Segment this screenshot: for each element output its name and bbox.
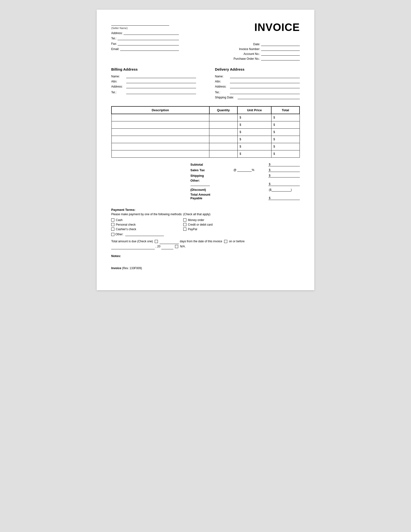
cashiers-check-checkbox[interactable] <box>111 228 114 231</box>
delivery-attn-line[interactable] <box>230 79 300 83</box>
table-row: $ $ <box>112 143 299 150</box>
other-mid <box>220 186 268 186</box>
delivery-address-row: Address: <box>215 84 300 88</box>
payment-subtitle: Please make payment by one of the follow… <box>111 213 300 216</box>
personal-check-label: Personal check <box>116 223 136 226</box>
due-text-1: Total amount is due (Check one) <box>111 240 153 243</box>
cash-checkbox[interactable] <box>111 218 114 221</box>
row-description[interactable] <box>112 136 209 143</box>
other-amount[interactable]: $ <box>268 182 300 186</box>
fax-line[interactable] <box>118 42 179 46</box>
checkbox-paypal: PayPal <box>183 228 213 231</box>
delivery-address-line[interactable] <box>230 84 300 88</box>
row-quantity[interactable] <box>209 136 238 143</box>
row-total[interactable]: $ <box>271 143 299 150</box>
subtotal-mid <box>220 166 268 166</box>
due-date-line[interactable] <box>111 246 155 249</box>
payment-title: Payment Terms: <box>111 208 300 212</box>
subtotal-label: Subtotal <box>190 163 220 166</box>
billing-name-line[interactable] <box>126 74 196 78</box>
sales-tax-label: Sales Tax <box>190 168 220 172</box>
due-na-checkbox[interactable] <box>175 245 178 248</box>
row-unit-price[interactable]: $ <box>237 121 271 128</box>
address-label: Address: <box>111 31 122 35</box>
paypal-checkbox[interactable] <box>183 228 187 231</box>
row-total[interactable]: $ <box>271 121 299 128</box>
items-table: Description Quantity Unit Price Total $ … <box>111 106 300 158</box>
money-order-checkbox[interactable] <box>183 218 187 221</box>
due-on-checkbox[interactable] <box>224 240 227 243</box>
billing-name-label: Name: <box>111 75 125 78</box>
personal-check-checkbox[interactable] <box>111 223 114 226</box>
row-total[interactable]: $ <box>271 150 299 157</box>
billing-tel-line[interactable] <box>126 90 196 94</box>
header-right: INVOICE Date: Invoice Number: Account No… <box>234 21 300 60</box>
due-year-line[interactable] <box>161 246 173 249</box>
email-row: Email: <box>111 47 179 51</box>
po-number-line[interactable] <box>261 57 300 60</box>
row-total[interactable]: $ <box>271 136 299 143</box>
row-unit-price[interactable]: $ <box>237 136 271 143</box>
row-description[interactable] <box>112 150 209 157</box>
row-description[interactable] <box>112 143 209 150</box>
total-label: Total Amount Payable <box>190 193 220 200</box>
payment-methods: Cash Personal check Cashier's check Othe… <box>111 218 300 236</box>
email-label: Email: <box>111 48 119 51</box>
due-days-line[interactable] <box>159 241 179 244</box>
tel-line[interactable] <box>118 36 179 40</box>
fax-label: Fax: <box>111 42 117 46</box>
billing-tel-row: Tel.: <box>111 90 196 94</box>
row-total[interactable]: $ <box>271 114 299 121</box>
date-line[interactable] <box>261 42 300 46</box>
row-description[interactable] <box>112 114 209 121</box>
row-description[interactable] <box>112 128 209 136</box>
sales-tax-amount[interactable]: $ <box>268 168 300 172</box>
other-payment-label: Other: <box>115 233 123 236</box>
row-quantity[interactable] <box>209 121 238 128</box>
row-quantity[interactable] <box>209 143 238 150</box>
row-description[interactable] <box>112 121 209 128</box>
row-total[interactable]: $ <box>271 128 299 136</box>
email-line[interactable] <box>120 47 179 51</box>
delivery-name-line[interactable] <box>230 74 300 78</box>
account-no-line[interactable] <box>261 52 300 56</box>
other-checkbox[interactable] <box>111 233 114 236</box>
subtotal-amount[interactable]: $ <box>268 162 300 166</box>
row-unit-price[interactable]: $ <box>237 143 271 150</box>
row-unit-price[interactable]: $ <box>237 150 271 157</box>
col-description: Description <box>112 106 209 114</box>
notes-section: Notes: <box>111 254 300 258</box>
footer: Invoice (Rev. 133F009) <box>111 266 300 270</box>
invoice-number-line[interactable] <box>261 47 300 51</box>
row-quantity[interactable] <box>209 114 238 121</box>
row-unit-price[interactable]: $ <box>237 128 271 136</box>
credit-card-checkbox[interactable] <box>183 223 187 226</box>
shipping-amount[interactable]: $ <box>268 173 300 178</box>
delivery-tel-label: Tel.: <box>215 91 229 94</box>
shipping-date-line[interactable] <box>238 95 300 99</box>
money-order-label: Money order <box>188 218 204 222</box>
other-payment-line[interactable] <box>125 232 164 236</box>
billing-address-line[interactable] <box>126 84 196 88</box>
shipping-label: Shipping <box>190 174 220 178</box>
invoice-page: (Seller Name) Address: Tel.: Fax: Email:… <box>97 10 314 290</box>
billing-attn-line[interactable] <box>126 79 196 83</box>
delivery-tel-line[interactable] <box>230 90 300 94</box>
sales-tax-mid: @ % <box>220 168 268 172</box>
col-unit-price: Unit Price <box>237 106 271 114</box>
cashiers-check-label: Cashier's check <box>116 228 136 231</box>
row-quantity[interactable] <box>209 128 238 136</box>
billing-title: Billing Address <box>111 67 196 71</box>
seller-name-line[interactable] <box>111 21 169 26</box>
discount-amount[interactable]: ($) <box>268 187 300 191</box>
address-line[interactable] <box>123 31 179 35</box>
header-section: (Seller Name) Address: Tel.: Fax: Email:… <box>111 21 300 60</box>
row-unit-price[interactable]: $ <box>237 114 271 121</box>
row-quantity[interactable] <box>209 150 238 157</box>
table-row: $ $ <box>112 136 299 143</box>
discount-mid <box>220 191 268 191</box>
due-checkbox[interactable] <box>155 240 158 243</box>
checkbox-cash: Cash <box>111 218 164 222</box>
col-total: Total <box>271 106 299 114</box>
total-amount[interactable]: $ <box>268 196 300 200</box>
